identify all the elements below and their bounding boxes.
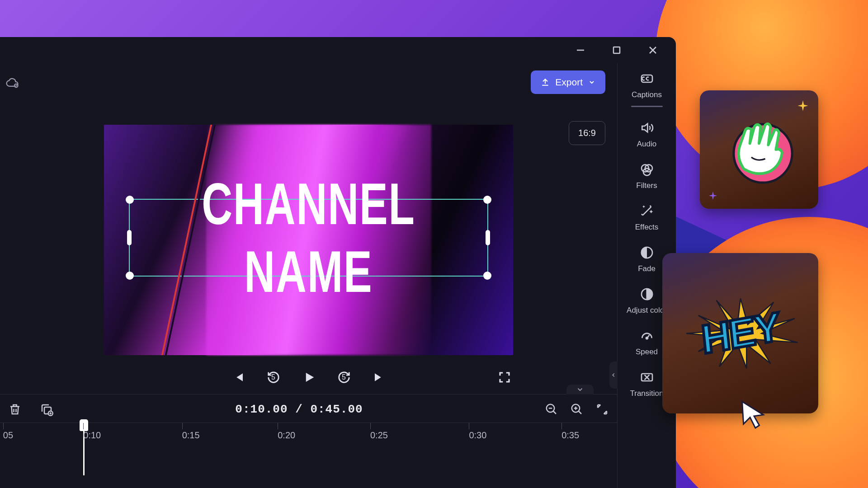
- resize-handle[interactable]: [483, 272, 491, 280]
- adjust-color-icon: [639, 286, 655, 302]
- resize-handle[interactable]: [486, 230, 490, 245]
- rail-item-effects[interactable]: Effects: [618, 203, 676, 232]
- delete-button[interactable]: [8, 403, 22, 416]
- fullscreen-button[interactable]: [496, 369, 513, 386]
- export-button[interactable]: Export: [531, 70, 605, 94]
- overlay-text[interactable]: CHANNEL NAME: [141, 170, 477, 305]
- svg-rect-9: [642, 75, 652, 82]
- timeline-ruler[interactable]: 050:100:150:200:250:300:35: [0, 422, 617, 459]
- player-controls: 5 5: [104, 355, 513, 394]
- time-tick: 05: [3, 423, 13, 441]
- close-button[interactable]: [644, 42, 661, 59]
- sticker-hand: [700, 90, 818, 209]
- speed-icon: [639, 328, 655, 344]
- resize-handle[interactable]: [127, 230, 132, 245]
- fit-zoom-button[interactable]: [595, 403, 609, 416]
- rail-item-audio[interactable]: Audio: [618, 120, 676, 149]
- upload-icon: [541, 78, 550, 87]
- minimize-button[interactable]: [572, 42, 589, 59]
- collapse-timeline-button[interactable]: [566, 385, 594, 394]
- time-tick: 0:20: [278, 423, 295, 441]
- audio-icon: [639, 120, 655, 136]
- aspect-ratio-button[interactable]: 16:9: [569, 121, 605, 145]
- maximize-button[interactable]: [608, 42, 625, 59]
- seek-forward-button[interactable]: 5: [335, 369, 353, 386]
- transition-icon: [639, 369, 655, 385]
- filters-icon: [639, 161, 655, 178]
- seek-back-button[interactable]: 5: [265, 369, 282, 386]
- play-button[interactable]: [300, 369, 317, 386]
- zoom-in-button[interactable]: [570, 403, 584, 416]
- hand-wave-icon: [721, 111, 797, 188]
- time-tick: 0:35: [561, 423, 579, 441]
- copy-button[interactable]: [40, 403, 53, 416]
- sticker-hey: HEY: [662, 253, 818, 413]
- collapse-rail-button[interactable]: [609, 361, 618, 389]
- time-tick: 0:10: [83, 423, 101, 441]
- resize-handle[interactable]: [126, 196, 134, 204]
- time-tick: 0:25: [370, 423, 388, 441]
- resize-handle[interactable]: [483, 196, 491, 204]
- captions-icon: [639, 70, 655, 87]
- fade-icon: [639, 244, 655, 261]
- rail-item-filters[interactable]: Filters: [618, 161, 676, 190]
- cloud-sync-icon[interactable]: [5, 75, 19, 89]
- skip-start-button[interactable]: [230, 369, 247, 386]
- timecode: 0:10.00 / 0:45.00: [235, 403, 363, 416]
- chevron-down-icon: [588, 79, 595, 86]
- titlebar: [0, 37, 676, 63]
- time-tick: 0:15: [182, 423, 200, 441]
- svg-point-15: [646, 337, 648, 339]
- skip-end-button[interactable]: [371, 369, 388, 386]
- timeline-panel: 0:10.00 / 0:45.00: [0, 394, 617, 459]
- time-tick: 0:30: [469, 423, 486, 441]
- app-window: Export 16:9 CHANNEL NAME: [0, 37, 676, 488]
- export-label: Export: [555, 77, 583, 88]
- cursor-icon: [737, 398, 769, 429]
- preview-canvas[interactable]: CHANNEL NAME: [104, 125, 513, 355]
- rail-item-captions[interactable]: Captions: [618, 70, 676, 107]
- zoom-out-button[interactable]: [545, 403, 558, 416]
- resize-handle[interactable]: [126, 272, 134, 280]
- effects-icon: [639, 203, 655, 219]
- svg-rect-1: [613, 47, 620, 53]
- text-selection-frame[interactable]: CHANNEL NAME: [129, 199, 488, 277]
